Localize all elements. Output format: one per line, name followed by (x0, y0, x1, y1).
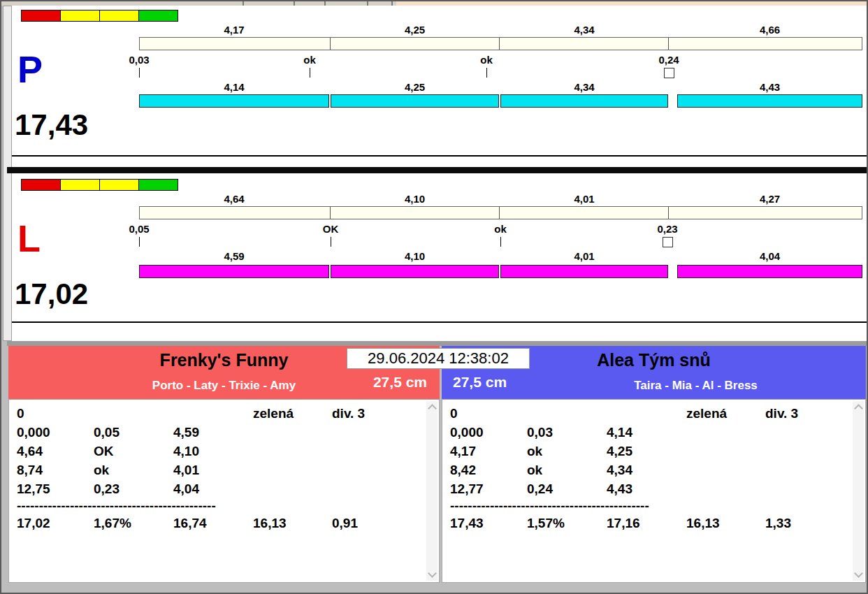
exchange-marker: 0,23 (657, 223, 677, 235)
upper-split-time: 4,17 (139, 24, 329, 36)
traffic-light-red-segment (21, 179, 61, 191)
result-row: 0 zelená div. 3 (17, 404, 421, 423)
result-cell: 4,01 (173, 461, 253, 479)
marker-checkbox[interactable] (664, 68, 674, 78)
lane-total-time: 17,43 (15, 110, 88, 140)
lane-panel-p: P 4,17 4,25 4,34 4,66 0,03 ok ok 0,24 4,… (12, 6, 867, 157)
split-bar-divider (668, 38, 669, 50)
result-cell (527, 404, 607, 423)
lane-total-time: 17,02 (15, 280, 88, 309)
result-cell: 8,74 (17, 461, 94, 479)
traffic-light (21, 179, 178, 191)
scrollbar[interactable] (426, 401, 437, 581)
result-cell: 4,04 (173, 479, 253, 498)
section-divider (7, 341, 867, 346)
result-cell: 8,42 (450, 461, 527, 479)
panel-splitter[interactable] (7, 167, 867, 173)
result-cell: 0,23 (94, 479, 173, 498)
exchange-marker: OK (323, 223, 339, 235)
result-row: 12,77 0,24 4,43 (450, 479, 847, 498)
split-bar-segment (139, 265, 329, 278)
split-bar-segment (139, 94, 329, 108)
result-cell: ok (94, 461, 173, 479)
upper-split-labels: 4,64 4,10 4,01 4,27 (139, 193, 862, 205)
upper-split-time: 4,27 (677, 193, 862, 205)
upper-split-time: 4,64 (139, 193, 329, 205)
scroll-up-icon[interactable] (854, 404, 863, 413)
result-separator: ----------------------------------------… (17, 498, 421, 514)
traffic-light (21, 10, 178, 22)
result-bar (139, 265, 862, 278)
scroll-up-icon[interactable] (428, 404, 437, 413)
result-row: 0,000 0,03 4,14 (450, 423, 847, 442)
timing-app-window: P 4,17 4,25 4,34 4,66 0,03 ok ok 0,24 4,… (0, 0, 868, 594)
result-cell (607, 404, 686, 423)
result-cell: OK (94, 442, 173, 461)
result-row: 0 zelená div. 3 (450, 404, 847, 423)
upper-split-time: 4,01 (500, 193, 668, 205)
result-cell: 17,43 (450, 514, 527, 533)
result-cell: 0,91 (332, 514, 421, 533)
split-bar-segment (500, 94, 668, 108)
split-bar-segment (677, 265, 862, 278)
traffic-light-red-segment (21, 10, 61, 22)
split-bar-segment (331, 94, 499, 108)
split-bar-divider (668, 207, 669, 219)
result-cell: 16,13 (253, 514, 332, 533)
result-cell: 0 (450, 404, 527, 423)
result-cell: 17,16 (607, 514, 686, 533)
upper-split-time: 4,25 (331, 24, 499, 36)
lower-split-labels: 4,14 4,25 4,34 4,43 (139, 81, 862, 94)
lower-split-labels: 4,59 4,10 4,01 4,04 (139, 250, 862, 263)
result-cell: 1,57% (527, 514, 607, 533)
traffic-light-green-segment (138, 10, 178, 22)
scrollbar[interactable] (853, 401, 864, 581)
result-cell: 4,64 (17, 442, 94, 461)
result-cell: 1,33 (765, 514, 847, 533)
result-summary-row: 17,02 1,67% 16,74 16,13 0,91 (17, 514, 421, 533)
result-cell: 0,000 (450, 423, 527, 442)
team-members: Taira - Mia - Al - Bress (526, 379, 866, 393)
lower-split-time: 4,34 (500, 81, 668, 94)
exchange-marker: 0,05 (129, 223, 149, 235)
team-results-frenkys-funny: 0 zelená div. 3 0,000 0,05 4,59 4,64 OK … (8, 399, 440, 583)
result-cell: 4,43 (607, 479, 686, 498)
result-row: 8,42 ok 4,34 (450, 461, 847, 479)
traffic-light-yellow-segment (60, 10, 100, 22)
marker-tick (331, 237, 331, 247)
result-cell: 1,67% (94, 514, 173, 533)
scroll-down-icon[interactable] (428, 569, 437, 578)
upper-split-bar (139, 206, 862, 219)
lower-split-time: 4,04 (677, 250, 862, 263)
result-cell: div. 3 (332, 404, 421, 423)
result-row: 8,74 ok 4,01 (17, 461, 421, 479)
result-cell: 0,03 (527, 423, 607, 442)
lower-split-time: 4,59 (139, 250, 329, 263)
split-bar-divider (330, 38, 331, 50)
marker-tick (500, 237, 501, 247)
result-row: 4,64 OK 4,10 (17, 442, 421, 461)
result-cell: zelená (686, 404, 765, 423)
traffic-light-yellow2-segment (99, 179, 139, 191)
result-cell: 4,59 (173, 423, 253, 442)
timestamp: 29.06.2024 12:38:02 (347, 348, 530, 369)
result-separator: ----------------------------------------… (450, 498, 847, 514)
scroll-down-icon[interactable] (854, 569, 863, 578)
side-gutter (3, 6, 12, 341)
result-cell: 4,10 (173, 442, 253, 461)
result-row: 12,75 0,23 4,04 (17, 479, 421, 498)
result-cell: 0,000 (17, 423, 94, 442)
exchange-marker: ok (480, 54, 493, 66)
marker-checkbox[interactable] (663, 237, 673, 247)
lower-split-time: 4,14 (139, 81, 329, 94)
team-size-label: 27,5 cm (373, 374, 427, 391)
lane-letter: L (17, 219, 41, 257)
marker-tick (139, 237, 140, 247)
split-bar-segment (677, 94, 862, 108)
marker-tick (486, 68, 487, 78)
result-summary-row: 17,43 1,57% 17,16 16,13 1,33 (450, 514, 847, 533)
split-bar-divider (330, 207, 331, 219)
lower-split-time: 4,25 (331, 81, 499, 94)
result-cell: ok (527, 461, 607, 479)
exchange-marker: ok (494, 223, 507, 235)
